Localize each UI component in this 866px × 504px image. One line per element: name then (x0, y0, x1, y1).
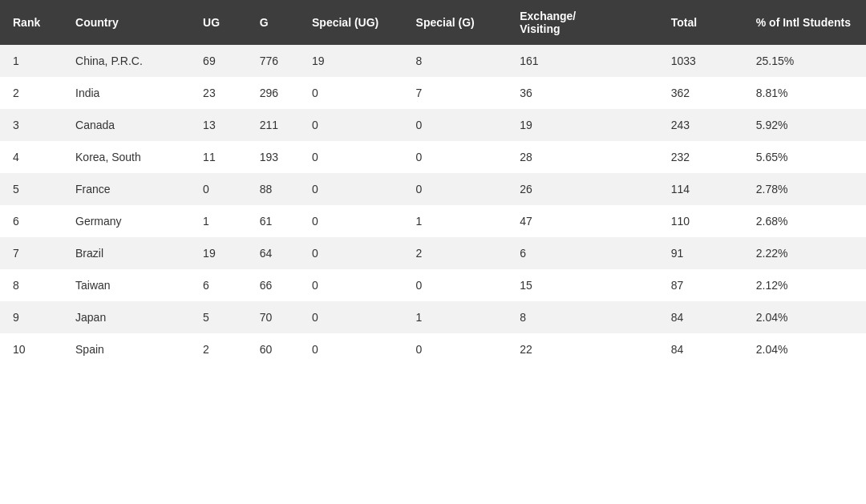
cell-special_ug: 19 (299, 45, 403, 77)
cell-ug: 6 (190, 269, 247, 301)
cell-total: 362 (658, 77, 743, 109)
col-header-special_g: Special (G) (403, 0, 508, 45)
cell-pct: 2.04% (743, 333, 866, 365)
cell-special_g: 7 (403, 77, 508, 109)
cell-rank: 8 (0, 269, 63, 301)
cell-special_ug: 0 (299, 237, 403, 269)
col-header-total: Total (658, 0, 743, 45)
cell-country: Japan (63, 301, 190, 333)
cell-total: 84 (658, 333, 743, 365)
cell-ug: 69 (190, 45, 247, 77)
cell-ug: 11 (190, 141, 247, 173)
cell-rank: 9 (0, 301, 63, 333)
cell-g: 61 (247, 205, 299, 237)
table-row: 9Japan570018842.04% (0, 301, 866, 333)
col-header-exchange: Exchange/Visiting (507, 0, 658, 45)
table-row: 2India2329607363628.81% (0, 77, 866, 109)
cell-rank: 5 (0, 173, 63, 205)
cell-country: Taiwan (63, 269, 190, 301)
table-row: 10Spain2600022842.04% (0, 333, 866, 365)
cell-exchange: 161 (507, 45, 658, 77)
table-row: 3Canada1321100192435.92% (0, 109, 866, 141)
cell-pct: 2.78% (743, 173, 866, 205)
cell-exchange: 28 (507, 141, 658, 173)
cell-exchange: 36 (507, 77, 658, 109)
cell-country: India (63, 77, 190, 109)
cell-exchange: 15 (507, 269, 658, 301)
cell-pct: 2.68% (743, 205, 866, 237)
table-header-row: RankCountryUGGSpecial (UG)Special (G)Exc… (0, 0, 866, 45)
cell-ug: 13 (190, 109, 247, 141)
cell-special_g: 0 (403, 269, 508, 301)
cell-special_ug: 0 (299, 77, 403, 109)
cell-g: 211 (247, 109, 299, 141)
table-row: 1China, P.R.C.69776198161103325.15% (0, 45, 866, 77)
cell-ug: 5 (190, 301, 247, 333)
cell-total: 232 (658, 141, 743, 173)
cell-exchange: 19 (507, 109, 658, 141)
col-header-rank: Rank (0, 0, 63, 45)
cell-special_ug: 0 (299, 205, 403, 237)
cell-pct: 5.65% (743, 141, 866, 173)
cell-rank: 10 (0, 333, 63, 365)
cell-rank: 1 (0, 45, 63, 77)
cell-pct: 5.92% (743, 109, 866, 141)
cell-g: 64 (247, 237, 299, 269)
cell-total: 1033 (658, 45, 743, 77)
cell-total: 84 (658, 301, 743, 333)
cell-total: 114 (658, 173, 743, 205)
cell-pct: 2.04% (743, 301, 866, 333)
cell-special_g: 1 (403, 301, 508, 333)
table-row: 5France08800261142.78% (0, 173, 866, 205)
cell-special_ug: 0 (299, 333, 403, 365)
cell-pct: 2.22% (743, 237, 866, 269)
cell-rank: 6 (0, 205, 63, 237)
cell-country: Korea, South (63, 141, 190, 173)
col-header-pct: % of Intl Students (743, 0, 866, 45)
table-row: 8Taiwan6660015872.12% (0, 269, 866, 301)
cell-special_ug: 0 (299, 109, 403, 141)
cell-exchange: 26 (507, 173, 658, 205)
cell-special_ug: 0 (299, 301, 403, 333)
cell-ug: 19 (190, 237, 247, 269)
cell-country: Brazil (63, 237, 190, 269)
cell-total: 110 (658, 205, 743, 237)
cell-special_g: 8 (403, 45, 508, 77)
cell-special_ug: 0 (299, 173, 403, 205)
cell-ug: 2 (190, 333, 247, 365)
cell-special_g: 0 (403, 333, 508, 365)
cell-country: China, P.R.C. (63, 45, 190, 77)
col-header-special_ug: Special (UG) (299, 0, 403, 45)
cell-pct: 2.12% (743, 269, 866, 301)
cell-g: 776 (247, 45, 299, 77)
col-header-country: Country (63, 0, 190, 45)
cell-country: Canada (63, 109, 190, 141)
table-row: 4Korea, South1119300282325.65% (0, 141, 866, 173)
cell-special_g: 0 (403, 109, 508, 141)
cell-g: 88 (247, 173, 299, 205)
cell-special_g: 2 (403, 237, 508, 269)
international-students-table: RankCountryUGGSpecial (UG)Special (G)Exc… (0, 0, 866, 365)
cell-ug: 0 (190, 173, 247, 205)
cell-exchange: 6 (507, 237, 658, 269)
col-header-ug: UG (190, 0, 247, 45)
cell-total: 87 (658, 269, 743, 301)
cell-rank: 4 (0, 141, 63, 173)
cell-ug: 23 (190, 77, 247, 109)
cell-special_g: 0 (403, 173, 508, 205)
cell-g: 296 (247, 77, 299, 109)
cell-ug: 1 (190, 205, 247, 237)
cell-exchange: 8 (507, 301, 658, 333)
cell-country: Spain (63, 333, 190, 365)
cell-rank: 2 (0, 77, 63, 109)
col-header-g: G (247, 0, 299, 45)
cell-g: 70 (247, 301, 299, 333)
cell-special_ug: 0 (299, 141, 403, 173)
cell-g: 60 (247, 333, 299, 365)
cell-exchange: 22 (507, 333, 658, 365)
cell-country: Germany (63, 205, 190, 237)
cell-exchange: 47 (507, 205, 658, 237)
table-body: 1China, P.R.C.69776198161103325.15%2Indi… (0, 45, 866, 365)
cell-g: 66 (247, 269, 299, 301)
table-row: 7Brazil1964026912.22% (0, 237, 866, 269)
